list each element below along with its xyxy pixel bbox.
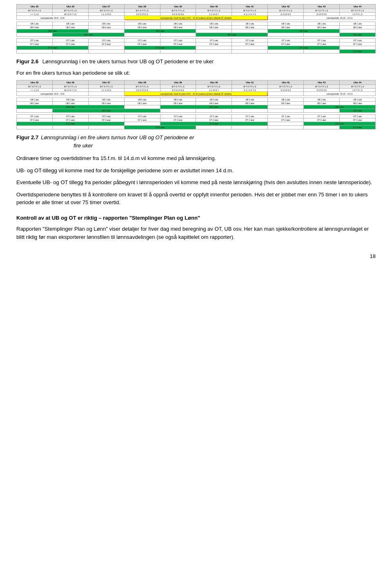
ub2-38: UB 2 uker — [124, 26, 160, 29]
days2-44: M T O T F L S — [340, 85, 376, 89]
ot1-37: OT 1 nke — [88, 39, 124, 42]
ot2-2-38: OT 2 uker — [124, 118, 160, 122]
days2-42: M T O T F L S — [268, 85, 304, 89]
ot1-41: OT 1 uke — [232, 39, 268, 42]
fig27-num: Figur 2.7 — [16, 134, 38, 142]
ot3-empty4 — [340, 46, 376, 50]
ot1-40: OT 1 uke — [196, 39, 232, 42]
ot4-green: OT 4 nter — [340, 50, 376, 53]
fig27-caption-text: Lønnsgrunnlag i en fire ukers turnus hvo… — [41, 134, 194, 149]
intro-text: For en fire ukers turnus kan periodene s… — [16, 69, 376, 77]
ot4-empty5 — [160, 50, 196, 53]
week2-header-42: Uke 42 — [268, 80, 304, 85]
ub2-3-green2: UB 3 nker — [160, 105, 268, 109]
days-37: M T O T F L S — [88, 9, 124, 13]
ub1-42: UB 1 uke — [268, 22, 304, 26]
nums-38: S 2 2 2 5 2 S — [124, 13, 160, 16]
ub2-1-37: UB 1 nke — [88, 98, 124, 102]
ot2-4-empty5 — [232, 126, 268, 129]
week-header-38: Uke 38 — [124, 4, 160, 9]
ub2-2-36: UB 2 uker — [52, 102, 88, 105]
days2-41: M T O T F L S — [232, 85, 268, 89]
ub2-1-36: UB 1 uke — [52, 98, 88, 102]
lp2-3: Lønnsperiode: 15.10 – 14.11 — [304, 92, 376, 96]
ot4-empty9 — [304, 50, 340, 53]
ot2-1-43: OT 1 uke — [304, 115, 340, 118]
ot4-empty7 — [232, 50, 268, 53]
nums-35: × = 1 1 S — [17, 13, 53, 16]
ot2-2-44: OT 2 uker — [340, 118, 376, 122]
fig26-num: Figur 2.6 — [16, 58, 38, 65]
ot3-green: OT 3 uker — [17, 46, 89, 50]
ub4-empty5 — [304, 33, 340, 37]
ot1-35: OT 1 uke — [17, 39, 53, 42]
ot1-42: OT 1 uke — [268, 39, 304, 42]
ot2-35: OT 2 uker — [17, 42, 53, 46]
nums-36: M 1 0 4 7 1 S — [52, 13, 88, 16]
ot3-empty2 — [196, 46, 232, 50]
ot4-empty3 — [88, 50, 124, 53]
ub2-4-empty2 — [160, 109, 196, 113]
ub2-2-37: UB 2 uker — [88, 102, 124, 105]
ot2-2-42: OT 2 uker — [268, 118, 304, 122]
ub2-4-empty4 — [232, 109, 268, 113]
week2-header-40: Uke 40 — [196, 80, 232, 85]
week2-header-43: Uke 43 — [304, 80, 340, 85]
ub2-4-empty6 — [304, 109, 340, 113]
days-36: M T O T F L S — [52, 9, 88, 13]
ub2-2-35: UB 2 uker — [17, 102, 53, 105]
ot4-empty8 — [268, 50, 304, 53]
ub3-empty1 — [88, 29, 124, 33]
para2: UB- og OT-tillegg vil komme med for de f… — [16, 167, 376, 175]
ot2-1-41: OT 1 uke — [232, 115, 268, 118]
ub3-empty2 — [196, 29, 232, 33]
ot2-43: OT 2 uker — [304, 42, 340, 46]
para4: Overtidsperiodene benyttes til å kontrol… — [16, 191, 376, 207]
nums2-36: M 1 0 4 7 1 S — [52, 89, 88, 92]
ub2-1-39: UB 1 uke — [160, 98, 196, 102]
fig26-caption: Figur 2.6 Lønnsgrunnlag i en tre ukers t… — [16, 58, 376, 66]
ot2-4-green: OT 4 uker — [124, 126, 196, 129]
days-40: M T O T F L S — [196, 9, 232, 13]
ot3-green2: OT 3 uker — [124, 46, 196, 50]
ub2-1-41: UB 1 uke — [232, 98, 268, 102]
days-39: M T O T F L S — [160, 9, 196, 13]
ot2-37: OT 2 nker — [88, 42, 124, 46]
ub1-35: UB 1 uke — [17, 22, 53, 26]
ot1-43: OT 1 uke — [304, 39, 340, 42]
lp2-mid — [268, 92, 304, 96]
ot2-40: OT 2 uker — [196, 42, 232, 46]
para1: Ordinære timer og overtidstimer fra 15.f… — [16, 154, 376, 163]
ot2-3-green2: OT 3 nker — [160, 122, 268, 126]
days-38: M T O T F L S — [124, 9, 160, 13]
week2-header-44: Uke 44 — [340, 80, 376, 85]
ub4-empty2 — [124, 33, 160, 37]
ot2-3-green: OT 3 nter — [17, 122, 125, 126]
days2-37: M T O T F L S — [88, 85, 124, 89]
ub2-44: UB 2 uker — [340, 26, 376, 29]
nums2-37: 1 1 1 4 5 5 — [88, 89, 124, 92]
ub2-40: UB 2 uker — [196, 26, 232, 29]
week-header-42: Uke 42 — [268, 4, 304, 9]
nums2-43: S 3 3 5 5 S — [304, 89, 340, 92]
para5: Rapporten "Stemplinger Plan og Lønn" vis… — [16, 225, 376, 241]
nums2-42: S 3 3 5 5 S — [268, 89, 304, 92]
ot4-empty2 — [52, 50, 88, 53]
ub2-4-green: UB 4 uker — [52, 109, 160, 113]
ot2-2-41: OT 2 uker — [232, 118, 268, 122]
ub2-36: UB 2 uker — [52, 26, 88, 29]
ot2-42: OT 2 uker — [268, 42, 304, 46]
ub3-empty3 — [232, 29, 268, 33]
ub1-36: UB 1 uke — [52, 22, 88, 26]
ot2-3-green3: OT 3 nter — [304, 122, 376, 126]
nums-37: 1 1 1 4 5 5 — [88, 13, 124, 16]
ub1-43: UB 1 uke — [304, 22, 340, 26]
ub2-4-empty1 — [17, 109, 53, 113]
ot3-empty1 — [88, 46, 124, 50]
week-header-43: Uke 43 — [304, 4, 340, 9]
ot2-1-39: OT 1 uke — [160, 115, 196, 118]
days2-40: M T O T F L S — [196, 85, 232, 89]
ub2-1-38: UB 1 uke — [124, 98, 160, 102]
ub2-35: UB 2 uker — [17, 26, 53, 29]
ub4-green3: UB 4 nter — [340, 33, 376, 37]
